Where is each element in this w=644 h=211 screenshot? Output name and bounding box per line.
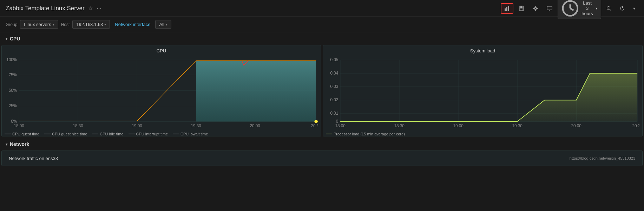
clock-icon	[561, 0, 579, 17]
cpu-section-header: ▾ CPU	[0, 32, 644, 45]
bar-chart-icon	[504, 6, 510, 11]
cpu-chart-area[interactable]: 100% 75% 50% 25% 0% 18:00	[5, 55, 318, 130]
svg-text:18:30: 18:30	[394, 123, 405, 128]
chart-view-button[interactable]	[501, 3, 513, 14]
svg-text:0.04: 0.04	[330, 71, 338, 76]
header-left: Zabbix Template Linux Server ☆ ⋯	[6, 5, 101, 12]
svg-marker-16	[622, 6, 624, 8]
cpu-section-chevron[interactable]: ▾	[6, 37, 8, 41]
svg-text:50%: 50%	[9, 88, 17, 93]
svg-text:18:00: 18:00	[14, 123, 24, 128]
gear-icon	[533, 6, 538, 11]
filter-bar: Group Linux servers ▾ Host 192.168.1.63 …	[0, 17, 644, 32]
svg-text:0%: 0%	[11, 119, 17, 124]
network-section-title: Network	[10, 141, 29, 147]
share-icon[interactable]: ⋯	[97, 6, 101, 11]
legend-color-processor-load	[326, 134, 332, 134]
svg-text:0.03: 0.03	[330, 84, 338, 89]
svg-marker-65	[340, 73, 637, 121]
svg-text:20:00: 20:00	[571, 123, 582, 128]
legend-color-idle-time	[92, 134, 98, 134]
system-load-chart-container: System load 0.05 0.04 0.03 0.02 0.01 0	[323, 45, 643, 136]
chevron-down-icon: ▾	[104, 23, 106, 26]
svg-text:0: 0	[336, 119, 339, 124]
svg-rect-0	[505, 8, 506, 11]
header: Zabbix Template Linux Server ☆ ⋯	[0, 0, 644, 17]
page-title: Zabbix Template Linux Server	[6, 5, 85, 12]
monitor-icon	[547, 6, 552, 11]
host-select[interactable]: 192.168.1.63 ▾	[72, 20, 110, 29]
network-traffic-title: Network traffic on ens33	[9, 156, 58, 161]
save-dashboard-button[interactable]	[515, 4, 527, 13]
svg-text:20:30: 20:30	[632, 123, 639, 128]
group-select[interactable]: Linux servers ▾	[20, 20, 58, 29]
network-traffic-link: https://blog.csdn.net/weixin_45310323	[570, 156, 635, 160]
host-label: Host	[61, 22, 70, 27]
refresh-button[interactable]	[617, 4, 628, 13]
expand-button[interactable]: ▾	[630, 4, 638, 13]
header-right: Last 3 hours ▾ ▾	[501, 0, 638, 19]
star-icon[interactable]: ☆	[88, 5, 93, 12]
legend-item-interrupt-time: CPU interrupt time	[129, 132, 168, 136]
network-section-header: ▾ Network	[0, 138, 644, 151]
refresh-icon	[620, 6, 625, 11]
cpu-chart-container: CPU 100% 75% 50% 25% 0%	[1, 45, 321, 136]
svg-text:19:00: 19:00	[453, 123, 464, 128]
expand-chevron-icon: ▾	[633, 6, 635, 11]
network-section-chevron[interactable]: ▾	[6, 142, 8, 147]
svg-point-40	[314, 120, 317, 123]
svg-text:19:30: 19:30	[191, 123, 201, 128]
svg-rect-2	[508, 6, 509, 11]
cpu-section-title: CPU	[10, 36, 20, 41]
system-load-chart-svg: 0.05 0.04 0.03 0.02 0.01 0	[326, 55, 639, 130]
legend-color-guest-time	[5, 134, 11, 134]
zoom-button[interactable]	[603, 4, 615, 13]
time-range-label: Last 3 hours	[581, 0, 593, 16]
legend-color-iowait-time	[173, 134, 179, 134]
svg-rect-1	[506, 7, 507, 11]
network-traffic-bar: Network traffic on ens33 https://blog.cs…	[1, 151, 643, 166]
cpu-chart-title: CPU	[5, 48, 318, 53]
save-icon	[519, 6, 524, 11]
system-load-chart-area[interactable]: 0.05 0.04 0.03 0.02 0.01 0	[326, 55, 639, 130]
legend-item-idle-time: CPU idle time	[92, 132, 123, 136]
display-button[interactable]	[544, 4, 556, 13]
settings-button[interactable]	[530, 4, 541, 13]
time-range-button[interactable]: Last 3 hours ▾	[558, 0, 601, 19]
svg-rect-5	[520, 9, 523, 11]
legend-item-guest-time: CPU guest time	[5, 132, 39, 136]
svg-marker-39	[196, 61, 316, 122]
svg-line-12	[570, 8, 574, 11]
svg-text:25%: 25%	[9, 103, 17, 108]
svg-rect-7	[547, 6, 552, 10]
group-label: Group	[6, 22, 17, 27]
svg-text:0.02: 0.02	[330, 97, 338, 102]
legend-item-iowait-time: CPU iowait time	[173, 132, 208, 136]
svg-text:20:30: 20:30	[311, 123, 318, 128]
network-interface-button[interactable]: Network interface	[113, 20, 152, 28]
system-load-legend: Processor load (15 min average per core)	[326, 132, 639, 136]
svg-text:19:00: 19:00	[132, 123, 142, 128]
cpu-chart-svg: 100% 75% 50% 25% 0% 18:00	[5, 55, 318, 130]
svg-text:18:30: 18:30	[73, 123, 83, 128]
svg-text:19:30: 19:30	[512, 123, 523, 128]
svg-line-14	[610, 9, 611, 11]
chevron-down-icon: ▾	[596, 6, 597, 10]
chevron-down-icon: ▾	[53, 23, 54, 26]
system-load-chart-title: System load	[326, 48, 639, 53]
svg-text:20:00: 20:00	[250, 123, 261, 128]
legend-item-processor-load: Processor load (15 min average per core)	[326, 132, 405, 136]
charts-row: CPU 100% 75% 50% 25% 0%	[0, 45, 644, 136]
legend-color-interrupt-time	[129, 134, 135, 134]
network-interface-value-select[interactable]: All ▾	[155, 20, 171, 29]
svg-text:100%: 100%	[6, 57, 17, 62]
zoom-icon	[606, 6, 611, 11]
legend-item-guest-nice-time: CPU guest nice time	[44, 132, 87, 136]
svg-text:18:00: 18:00	[335, 123, 346, 128]
legend-color-guest-nice-time	[44, 134, 51, 134]
svg-text:0.01: 0.01	[330, 111, 338, 116]
svg-text:0.05: 0.05	[330, 57, 338, 62]
cpu-chart-legend: CPU guest time CPU guest nice time CPU i…	[5, 132, 318, 136]
svg-point-6	[534, 7, 537, 9]
chevron-down-icon: ▾	[166, 23, 167, 26]
